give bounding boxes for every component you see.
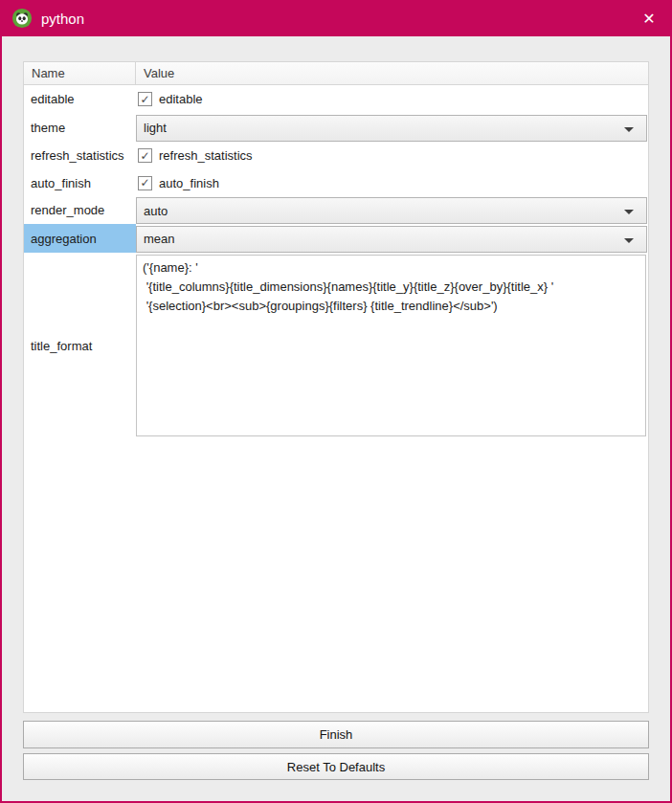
table-header: Name Value xyxy=(24,62,648,85)
header-name-column[interactable]: Name xyxy=(24,62,136,84)
auto-finish-checkbox[interactable]: ✓ auto_finish xyxy=(138,176,219,190)
properties-table: Name Value editable ✓ editable theme lig… xyxy=(23,61,649,713)
table-row-auto-finish: auto_finish ✓ auto_finish xyxy=(24,169,648,196)
row-name-title-format[interactable]: title_format xyxy=(24,253,136,438)
table-row-editable: editable ✓ editable xyxy=(24,85,648,113)
row-name-auto-finish[interactable]: auto_finish xyxy=(24,169,136,196)
aggregation-dropdown-value: mean xyxy=(144,232,175,246)
theme-dropdown-value: light xyxy=(144,121,167,135)
row-name-editable[interactable]: editable xyxy=(24,85,136,113)
row-name-refresh-statistics[interactable]: refresh_statistics xyxy=(24,142,136,169)
table-row-refresh-statistics: refresh_statistics ✓ refresh_statistics xyxy=(24,142,648,169)
render-mode-dropdown-value: auto xyxy=(144,204,168,218)
checkbox-label: refresh_statistics xyxy=(159,148,253,163)
checkbox-label: editable xyxy=(159,92,203,106)
chevron-down-icon xyxy=(624,238,634,243)
aggregation-dropdown[interactable]: mean xyxy=(136,226,647,253)
table-row-aggregation: aggregation mean xyxy=(24,224,648,253)
finish-button[interactable]: Finish xyxy=(23,721,649,748)
panda-logo-icon xyxy=(11,8,33,29)
chevron-down-icon xyxy=(624,210,634,214)
theme-dropdown[interactable]: light xyxy=(136,115,647,142)
checkbox-checked-icon: ✓ xyxy=(138,92,152,106)
table-row-theme: theme light xyxy=(24,113,648,142)
table-row-title-format: title_format ('{name}: ' '{title_columns… xyxy=(24,253,648,438)
table-row-render-mode: render_mode auto xyxy=(24,196,648,224)
window-title: python xyxy=(41,11,84,27)
header-value-column[interactable]: Value xyxy=(136,62,648,84)
reset-to-defaults-button[interactable]: Reset To Defaults xyxy=(23,753,649,780)
chevron-down-icon xyxy=(624,127,634,132)
dialog-window: python ✕ Name Value editable ✓ editable … xyxy=(0,0,672,803)
table-empty-area xyxy=(24,438,648,712)
checkbox-checked-icon: ✓ xyxy=(138,176,152,190)
title-format-textarea[interactable]: ('{name}: ' '{title_columns}{title_dimen… xyxy=(136,255,646,436)
row-name-theme[interactable]: theme xyxy=(24,113,136,142)
row-name-render-mode[interactable]: render_mode xyxy=(24,196,136,224)
checkbox-checked-icon: ✓ xyxy=(138,148,152,163)
editable-checkbox[interactable]: ✓ editable xyxy=(138,92,203,106)
close-icon: ✕ xyxy=(642,10,655,28)
row-name-aggregation-selected[interactable]: aggregation xyxy=(24,224,136,253)
checkbox-label: auto_finish xyxy=(159,176,219,190)
refresh-statistics-checkbox[interactable]: ✓ refresh_statistics xyxy=(138,148,253,163)
titlebar[interactable]: python ✕ xyxy=(0,0,672,36)
render-mode-dropdown[interactable]: auto xyxy=(136,197,647,224)
close-button[interactable]: ✕ xyxy=(626,0,672,36)
